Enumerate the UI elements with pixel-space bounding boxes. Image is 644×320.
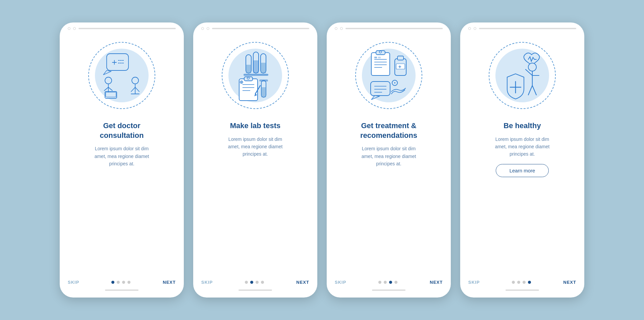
screen4-title: Be healthy <box>503 121 541 131</box>
nav-row-3: SKIP NEXT <box>335 280 443 285</box>
status-line-4 <box>479 28 576 29</box>
status-line-3 <box>345 28 443 29</box>
svg-rect-52 <box>371 82 390 96</box>
home-indicator-4 <box>505 289 539 291</box>
svg-line-67 <box>528 86 532 95</box>
svg-line-15 <box>135 87 139 92</box>
next-button-2[interactable]: NEXT <box>296 280 309 285</box>
svg-line-68 <box>532 86 536 95</box>
dot-2-3 <box>256 281 259 284</box>
phone-screen-2: Make lab tests Lorem ipsum dolor sit dim… <box>193 22 317 298</box>
phone-content-2: Make lab tests Lorem ipsum dolor sit dim… <box>193 32 317 276</box>
svg-rect-46 <box>378 57 381 58</box>
illustration-3 <box>348 35 429 116</box>
nav-row-1: SKIP NEXT <box>68 280 176 285</box>
svg-point-12 <box>132 77 139 84</box>
svg-rect-22 <box>261 63 266 73</box>
status-line-1 <box>78 28 176 29</box>
svg-rect-35 <box>259 79 268 82</box>
phone-content-3: Get treatment &recomendations Lorem ipsu… <box>327 32 451 276</box>
dot-3-1 <box>378 281 381 284</box>
phone-content-4: Be healthy Lorem ipsum dolor sit dimamet… <box>460 32 584 276</box>
status-dot-7 <box>468 27 471 30</box>
svg-rect-18 <box>246 65 251 73</box>
status-dot-6 <box>340 27 343 30</box>
svg-rect-38 <box>371 53 390 75</box>
svg-rect-45 <box>374 57 377 58</box>
healthy-icon <box>489 42 556 109</box>
dot-3-3 <box>389 281 392 284</box>
illustration-2 <box>215 35 296 116</box>
dot-4-1 <box>512 281 515 284</box>
nav-row-4: SKIP NEXT <box>468 280 576 285</box>
status-dot-1 <box>68 27 70 30</box>
dot-2-2 <box>250 281 253 284</box>
screen3-desc: Lorem ipsum dolor sit dimamet, mea regio… <box>362 145 416 167</box>
next-button-3[interactable]: NEXT <box>430 280 443 285</box>
status-dot-5 <box>335 27 337 30</box>
phone-bottom-3: SKIP NEXT <box>327 276 451 298</box>
dots-row-1 <box>111 281 130 284</box>
screen1-desc: Lorem ipsum dolor sit dimamet, mea regio… <box>95 145 149 167</box>
phone-bottom-2: SKIP NEXT <box>193 276 317 298</box>
dot-1-4 <box>127 281 130 284</box>
skip-button-4[interactable]: SKIP <box>468 280 480 285</box>
dots-row-4 <box>512 281 531 284</box>
skip-button-3[interactable]: SKIP <box>335 280 346 285</box>
screen1-title: Get doctorconsultation <box>100 121 144 140</box>
skip-button-2[interactable]: SKIP <box>201 280 213 285</box>
dot-2-1 <box>245 281 248 284</box>
status-bar-2 <box>193 22 317 32</box>
svg-rect-49 <box>396 64 405 69</box>
dot-2-4 <box>261 281 264 284</box>
svg-point-63 <box>528 63 536 71</box>
phone-content-1: Get doctorconsultation Lorem ipsum dolor… <box>60 32 184 276</box>
svg-rect-34 <box>261 87 266 97</box>
screens-container: Get doctorconsultation Lorem ipsum dolor… <box>46 9 598 311</box>
dot-4-3 <box>523 281 526 284</box>
home-indicator-3 <box>372 289 406 291</box>
doctor-icon <box>88 42 155 109</box>
illustration-4 <box>482 35 562 116</box>
home-indicator-1 <box>105 289 139 291</box>
svg-point-26 <box>247 77 249 79</box>
status-dot-8 <box>474 27 476 30</box>
dot-3-2 <box>384 281 387 284</box>
next-button-4[interactable]: NEXT <box>563 280 576 285</box>
dots-row-2 <box>245 281 264 284</box>
dot-4-2 <box>517 281 520 284</box>
svg-point-6 <box>105 77 112 84</box>
dot-1-1 <box>111 281 114 284</box>
dot-4-4 <box>528 281 531 284</box>
svg-line-9 <box>108 87 112 91</box>
screen2-title: Make lab tests <box>230 121 280 131</box>
status-line-2 <box>212 28 309 29</box>
dot-1-3 <box>122 281 125 284</box>
status-dot-2 <box>73 27 76 30</box>
svg-line-8 <box>104 87 108 91</box>
status-dot-3 <box>201 27 204 30</box>
svg-rect-23 <box>244 74 268 76</box>
status-bar-1 <box>60 22 184 32</box>
svg-line-14 <box>131 87 135 92</box>
illustration-1 <box>82 35 162 116</box>
svg-marker-5 <box>103 70 111 75</box>
dot-1-2 <box>117 281 120 284</box>
svg-rect-20 <box>253 60 259 73</box>
home-indicator-2 <box>238 289 272 291</box>
svg-point-40 <box>379 51 381 53</box>
screen3-title: Get treatment &recomendations <box>360 121 417 140</box>
status-bar-4 <box>460 22 584 32</box>
screen4-desc: Lorem ipsum dolor sit dimamet, mea regio… <box>495 136 550 158</box>
nav-row-2: SKIP NEXT <box>201 280 309 285</box>
svg-rect-11 <box>106 92 116 97</box>
lab-icon <box>222 42 289 109</box>
svg-rect-0 <box>107 54 128 70</box>
skip-button-1[interactable]: SKIP <box>68 280 79 285</box>
learn-more-button[interactable]: Learn more <box>496 164 549 177</box>
next-button-1[interactable]: NEXT <box>163 280 176 285</box>
dots-row-3 <box>378 281 397 284</box>
status-bar-3 <box>327 22 451 32</box>
svg-rect-48 <box>397 56 404 60</box>
phone-bottom-4: SKIP NEXT <box>460 276 584 298</box>
